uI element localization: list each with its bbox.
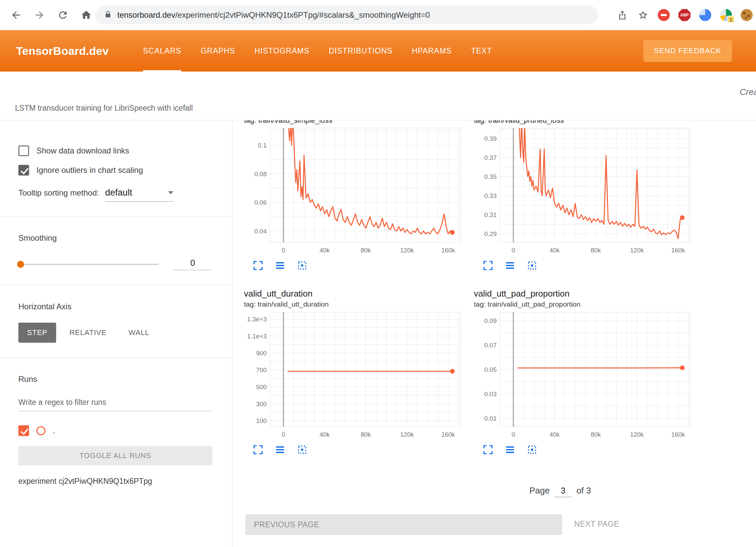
svg-text:0.07: 0.07: [484, 342, 497, 349]
svg-text:0: 0: [282, 247, 285, 254]
svg-text:500: 500: [256, 384, 267, 391]
adblock-plus-icon[interactable]: ABP: [678, 9, 690, 21]
fit-domain-icon[interactable]: [296, 260, 308, 271]
svg-text:120k: 120k: [630, 431, 644, 438]
smoothing-label: Smoothing: [18, 233, 212, 243]
chart-card-valid-simple-loss: tag: train/valid_simple_loss 0.040.060.0…: [244, 120, 469, 271]
run-checkbox[interactable]: [18, 425, 29, 436]
tooltip-sorting-select[interactable]: default: [105, 188, 173, 202]
extension-red-icon[interactable]: [658, 9, 670, 21]
svg-text:160k: 160k: [441, 431, 455, 438]
svg-text:900: 900: [256, 350, 267, 357]
share-icon[interactable]: [616, 9, 628, 21]
extension-pie-icon[interactable]: 1: [720, 9, 732, 21]
sidebar-divider: [0, 357, 232, 358]
refresh-icon[interactable]: [57, 9, 69, 21]
svg-text:0.04: 0.04: [254, 228, 267, 235]
chart-plot[interactable]: 0.040.060.080.1040k80k120k160k: [244, 126, 465, 256]
sidebar-divider: [0, 285, 232, 285]
previous-page-button[interactable]: PREVIOUS PAGE: [245, 514, 562, 535]
experiment-id: experiment cj2vtPiwQHKN9Q1tx6PTpg: [18, 477, 212, 486]
fit-domain-icon[interactable]: [296, 444, 308, 455]
chart-tag-clipped: tag: train/valid_pruned_loss: [474, 120, 699, 125]
sidebar-divider: [0, 216, 232, 217]
svg-text:80k: 80k: [361, 431, 371, 438]
axis-step-button[interactable]: STEP: [18, 323, 56, 343]
url-path: /experiment/cj2vtPiwQHKN9Q1tx6PTpg/#scal…: [175, 10, 430, 19]
next-page-button[interactable]: NEXT PAGE: [574, 520, 619, 529]
log-scale-icon[interactable]: [504, 444, 516, 455]
settings-sidebar: Show data download links Ignore outliers…: [0, 120, 232, 547]
svg-text:0.09: 0.09: [484, 317, 497, 324]
chart-card-valid-utt-pad-proportion: valid_utt_pad_proportion tag: train/vali…: [474, 289, 699, 455]
expand-chart-icon[interactable]: [252, 260, 264, 271]
url-text: tensorboard.dev/experiment/cj2vtPiwQHKN9…: [117, 10, 430, 20]
cookie-icon[interactable]: [741, 9, 753, 21]
ignore-outliers-label: Ignore outliers in chart scaling: [36, 166, 143, 175]
expand-chart-icon[interactable]: [252, 444, 264, 455]
home-icon[interactable]: [80, 9, 92, 21]
svg-text:80k: 80k: [591, 247, 601, 254]
chart-plot[interactable]: 0.290.310.330.350.370.39040k80k120k160k: [474, 126, 695, 256]
app-logo[interactable]: TensorBoard.dev: [16, 30, 109, 72]
smoothing-slider-thumb[interactable]: [17, 261, 24, 268]
chart-card-valid-utt-duration: valid_utt_duration tag: train/valid_utt_…: [244, 289, 469, 455]
tab-text[interactable]: TEXT: [471, 30, 492, 72]
axis-wall-button[interactable]: WALL: [120, 323, 158, 343]
svg-text:100: 100: [256, 417, 267, 424]
svg-text:0: 0: [512, 247, 515, 254]
svg-text:0.1: 0.1: [258, 142, 267, 149]
ignore-outliers-row[interactable]: Ignore outliers in chart scaling: [18, 165, 212, 176]
send-feedback-button[interactable]: SEND FEEDBACK: [643, 40, 732, 62]
svg-text:700: 700: [256, 366, 267, 373]
tooltip-sorting-label: Tooltip sorting method:: [18, 188, 99, 198]
chart-card-valid-pruned-loss: tag: train/valid_pruned_loss 0.290.310.3…: [474, 120, 699, 271]
back-icon[interactable]: [10, 9, 22, 21]
url-domain: tensorboard.dev: [117, 10, 175, 19]
tab-distributions[interactable]: DISTRIBUTIONS: [329, 30, 393, 72]
fit-domain-icon[interactable]: [526, 260, 538, 271]
forward-icon[interactable]: [33, 9, 45, 21]
show-download-links-row[interactable]: Show data download links: [18, 145, 212, 156]
tab-graphs[interactable]: GRAPHS: [201, 30, 235, 72]
smoothing-slider[interactable]: [18, 264, 158, 265]
svg-text:0: 0: [512, 431, 515, 438]
chart-plot[interactable]: 1003005007009001.1e+31.3e+3040k80k120k16…: [244, 310, 465, 441]
nav-tabs: SCALARS GRAPHS HISTOGRAMS DISTRIBUTIONS …: [143, 30, 492, 72]
extension-blue-icon[interactable]: [699, 9, 711, 21]
toggle-all-runs-button[interactable]: TOGGLE ALL RUNS: [18, 446, 212, 465]
tab-scalars[interactable]: SCALARS: [143, 30, 181, 72]
chart-tag: tag: train/valid_utt_duration: [244, 300, 469, 308]
log-scale-icon[interactable]: [274, 260, 286, 271]
runs-filter-input[interactable]: [18, 395, 212, 411]
chart-plot[interactable]: 0.010.030.050.070.09040k80k120k160k: [474, 310, 695, 441]
experiment-subheader: Crea LSTM transducer training for LibriS…: [0, 72, 756, 120]
svg-text:1.3e+3: 1.3e+3: [247, 316, 267, 323]
svg-text:40k: 40k: [320, 247, 330, 254]
show-download-links-checkbox[interactable]: [18, 145, 29, 156]
chart-title: valid_utt_pad_proportion: [474, 289, 699, 299]
chart-title: valid_utt_duration: [244, 289, 469, 299]
app-header: TensorBoard.dev SCALARS GRAPHS HISTOGRAM…: [0, 30, 756, 72]
axis-relative-button[interactable]: RELATIVE: [61, 323, 115, 343]
address-bar[interactable]: tensorboard.dev/experiment/cj2vtPiwQHKN9…: [95, 6, 598, 24]
chart-row-top: tag: train/valid_simple_loss 0.040.060.0…: [233, 120, 756, 271]
tab-hparams[interactable]: HPARAMS: [412, 30, 452, 72]
expand-chart-icon[interactable]: [482, 444, 494, 455]
run-color-swatch: [36, 426, 45, 435]
run-row[interactable]: .: [18, 425, 212, 436]
smoothing-value-input[interactable]: [173, 258, 212, 270]
fit-domain-icon[interactable]: [526, 444, 538, 455]
show-download-links-label: Show data download links: [36, 146, 129, 155]
chart-row-bottom: valid_utt_duration tag: train/valid_utt_…: [233, 289, 756, 455]
expand-chart-icon[interactable]: [482, 260, 494, 271]
log-scale-icon[interactable]: [274, 444, 286, 455]
log-scale-icon[interactable]: [504, 260, 516, 271]
page-number-input[interactable]: [554, 486, 572, 497]
bookmark-star-icon[interactable]: [637, 9, 649, 21]
tab-histograms[interactable]: HISTOGRAMS: [255, 30, 309, 72]
chart-tag-clipped: tag: train/valid_simple_loss: [244, 120, 469, 125]
ignore-outliers-checkbox[interactable]: [18, 165, 29, 176]
chart-tag: tag: train/valid_utt_pad_proportion: [474, 300, 699, 308]
svg-text:0.29: 0.29: [484, 230, 497, 237]
